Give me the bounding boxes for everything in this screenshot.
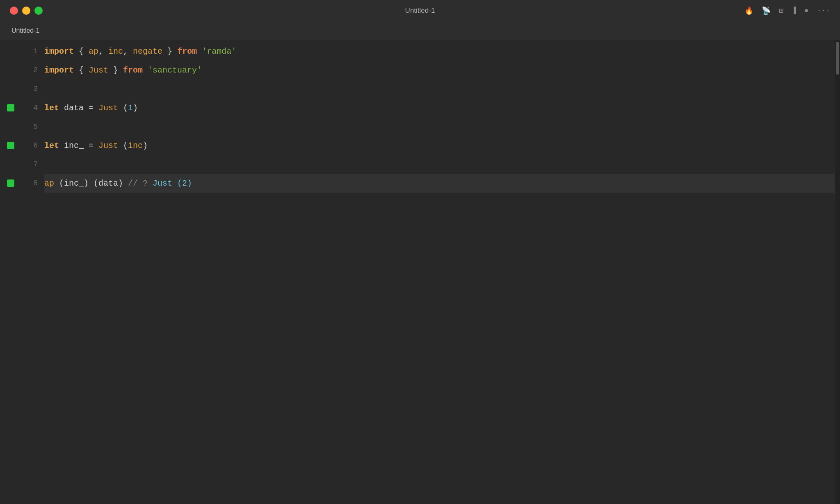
gutter-1 [0, 42, 21, 61]
line-num-6: 6 [33, 136, 38, 155]
code-line-5 [44, 117, 840, 136]
sidebar-icon[interactable]: ▐ [792, 7, 796, 15]
code-line-7 [44, 155, 840, 174]
line-num-5: 5 [33, 117, 38, 136]
gutter-5 [0, 117, 21, 136]
code-line-4: let data = Just ( 1 ) [44, 98, 840, 117]
token-import-2: import [44, 66, 74, 75]
token-import-1: import [44, 47, 74, 56]
code-line-8: ap ( inc_ ) ( data ) // ? Just (2) [44, 174, 840, 193]
gutter-3 [0, 79, 21, 98]
title-bar: Untitled-1 🔥 📡 ⊞ ▐ ● ··· [0, 0, 840, 21]
scrollbar[interactable] [835, 40, 840, 504]
line-numbers: 1 2 3 4 5 6 7 8 [21, 40, 44, 504]
code-line-3 [44, 79, 840, 98]
line-num-2: 2 [33, 61, 38, 79]
code-line-1: import { ap , inc , negate } from 'ramda… [44, 42, 840, 61]
traffic-lights [10, 7, 43, 15]
layout-icon[interactable]: ⊞ [779, 6, 783, 15]
close-button[interactable] [10, 7, 18, 15]
line-num-8: 8 [33, 174, 38, 193]
tab-bar: Untitled-1 [0, 21, 840, 40]
gutter-6 [0, 136, 21, 155]
breakpoint-4[interactable] [7, 104, 14, 111]
line-num-4: 4 [33, 98, 38, 117]
flame-icon[interactable]: 🔥 [744, 6, 753, 15]
status-dot: ● [804, 7, 809, 15]
breakpoint-6[interactable] [7, 142, 14, 149]
line-num-1: 1 [33, 42, 38, 61]
gutter [0, 40, 21, 504]
breakpoint-8[interactable] [7, 179, 14, 187]
maximize-button[interactable] [34, 7, 43, 15]
line-num-3: 3 [33, 79, 38, 98]
toolbar-icons: 🔥 📡 ⊞ ▐ ● ··· [744, 6, 830, 15]
gutter-7 [0, 155, 21, 174]
gutter-2 [0, 61, 21, 79]
token-from-1: from [177, 47, 197, 56]
code-line-2: import { Just } from 'sanctuary' [44, 61, 840, 79]
editor-container: 1 2 3 4 5 6 7 8 import { ap , inc , nega… [0, 40, 840, 504]
more-icon[interactable]: ··· [817, 7, 830, 15]
tab-untitled[interactable]: Untitled-1 [7, 25, 44, 37]
gutter-8 [0, 174, 21, 193]
gutter-4 [0, 98, 21, 117]
code-editor[interactable]: import { ap , inc , negate } from 'ramda… [44, 40, 840, 504]
code-line-6: let inc_ = Just ( inc ) [44, 136, 840, 155]
token-from-2: from [123, 66, 143, 75]
broadcast-icon[interactable]: 📡 [762, 6, 771, 15]
window-title: Untitled-1 [405, 7, 435, 15]
line-num-7: 7 [33, 155, 38, 174]
scrollbar-thumb[interactable] [836, 42, 839, 75]
minimize-button[interactable] [22, 7, 30, 15]
